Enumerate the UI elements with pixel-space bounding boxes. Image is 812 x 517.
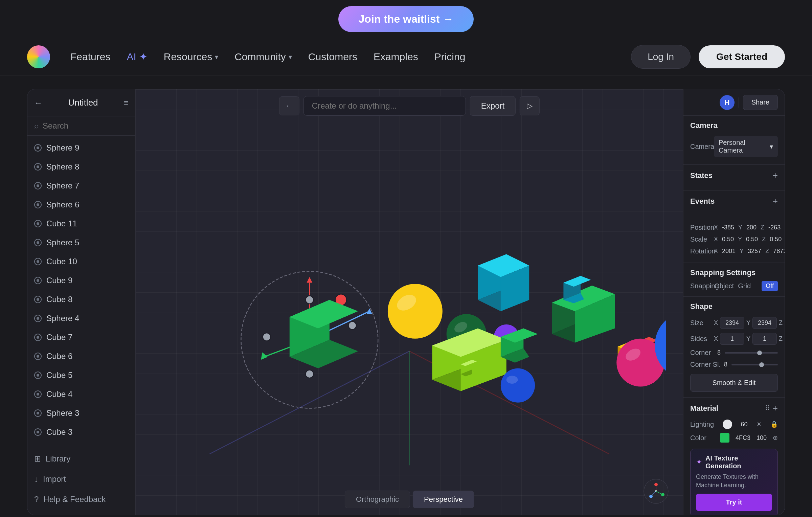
waitlist-button[interactable]: Join the waitlist → <box>338 6 474 32</box>
sides-y-input[interactable] <box>752 333 777 345</box>
sidebar-item-sphere-3[interactable]: Sphere 3 <box>27 404 135 423</box>
logo[interactable] <box>27 45 50 68</box>
sidebar-back-button[interactable]: ← <box>34 98 42 108</box>
sidebar-item-label: Cube 7 <box>46 333 72 342</box>
sidebar-item-cube-8[interactable]: Cube 8 <box>27 290 135 309</box>
corner-slider-row: 8 <box>717 349 778 356</box>
sidebar-title: Untitled <box>68 97 98 108</box>
perspective-view-button[interactable]: Perspective <box>413 491 474 508</box>
sidebar-item-label: Sphere 8 <box>46 162 79 172</box>
export-button[interactable]: Export <box>470 96 516 116</box>
position-value: X-385 Y200 Z-263 <box>714 224 781 231</box>
search-input[interactable] <box>43 121 129 131</box>
cube-icon <box>34 277 42 284</box>
svg-point-11 <box>263 333 271 341</box>
sides-x-input[interactable] <box>720 333 744 345</box>
sidebar-item-cube-9[interactable]: Cube 9 <box>27 271 135 290</box>
nav-pricing[interactable]: Pricing <box>434 51 466 63</box>
rotation-value: X2001 Y3257 Z7873 <box>714 248 785 255</box>
sidebar-item-label: Sphere 7 <box>46 181 79 190</box>
sidebar-item-label: Sphere 3 <box>46 408 79 418</box>
sidebar-item-sphere-4[interactable]: Sphere 4 <box>27 309 135 328</box>
import-button[interactable]: ↓ Import <box>27 469 135 489</box>
help-button[interactable]: ? Help & Feedback <box>27 489 135 510</box>
sphere-icon <box>34 163 42 171</box>
sidebar-item-cube-3[interactable]: Cube 3 <box>27 423 135 442</box>
get-started-button[interactable]: Get Started <box>699 45 785 68</box>
nav-features[interactable]: Features <box>70 51 110 63</box>
cube-icon <box>34 372 42 379</box>
navigation-cube[interactable] <box>642 478 670 505</box>
size-x-input[interactable] <box>720 317 744 329</box>
camera-label: Camera <box>690 143 714 151</box>
events-add-button[interactable]: + <box>773 196 778 206</box>
smooth-edit-button[interactable]: Smooth & Edit <box>690 374 778 392</box>
sidebar-item-sphere-8[interactable]: Sphere 8 <box>27 157 135 176</box>
sphere-icon <box>34 144 42 152</box>
sidebar-item-cube-5[interactable]: Cube 5 <box>27 366 135 385</box>
lighting-label: Lighting <box>690 421 714 428</box>
corner-label: Corner <box>690 349 714 357</box>
transform-section: Position X-385 Y200 Z-263 Scale X0.50 Y0… <box>683 216 785 263</box>
ai-texture-description: Generate Textures with Machine Learning. <box>696 473 772 490</box>
login-button[interactable]: Log In <box>631 45 691 69</box>
states-title: States <box>690 171 713 180</box>
ai-star-icon: ✦ <box>696 458 702 467</box>
corner-slider[interactable] <box>725 352 778 354</box>
camera-section: Camera Camera Personal Camera ▾ <box>683 116 785 165</box>
sidebar-item-label: Cube 4 <box>46 389 72 399</box>
color-swatch[interactable] <box>720 433 729 443</box>
material-section: Material ⠿ + Lighting 60 ☀ 🔒 Color 4FC3 … <box>683 398 785 515</box>
sphere-icon <box>34 409 42 417</box>
sidebar-item-cube-7[interactable]: Cube 7 <box>27 328 135 347</box>
3d-scene <box>153 123 666 488</box>
snapping-section: Snapping Settings Snapping Object Grid O… <box>683 263 785 297</box>
sidebar-footer: ⊞ Library ↓ Import ? Help & Feedback <box>27 443 135 515</box>
sidebar-item-sphere-5[interactable]: Sphere 5 <box>27 233 135 252</box>
cube-icon <box>34 390 42 398</box>
size-y-input[interactable] <box>752 317 777 329</box>
sidebar-item-label: Cube 6 <box>46 352 72 361</box>
nav-ai[interactable]: AI ✦ <box>127 51 147 63</box>
shape-title: Shape <box>690 302 713 311</box>
share-button[interactable]: Share <box>743 95 778 110</box>
sidebar-menu-icon[interactable]: ≡ <box>124 98 129 108</box>
sidebar-item-label: Cube 3 <box>46 427 72 437</box>
states-section: States + <box>683 165 785 190</box>
toolbar-back-button[interactable]: ← <box>279 96 299 115</box>
states-add-button[interactable]: + <box>773 170 778 181</box>
lighting-sun-icon: ☀ <box>756 421 762 428</box>
nav-community[interactable]: Community ▾ <box>234 51 292 63</box>
snapping-toggle[interactable]: Off <box>762 281 778 291</box>
sidebar-item-cube-4[interactable]: Cube 4 <box>27 385 135 404</box>
orthographic-view-button[interactable]: Orthographic <box>345 491 410 508</box>
viewport[interactable]: ← Export ▷ <box>136 89 683 515</box>
sidebar-items: Sphere 9Sphere 8Sphere 7Sphere 6Cube 11S… <box>27 136 135 443</box>
try-it-button[interactable]: Try it <box>696 494 772 511</box>
left-sidebar: ← Untitled ≡ ⌕ Sphere 9Sphere 8Sphere 7S… <box>27 89 136 515</box>
corner-sl-slider[interactable] <box>731 364 778 365</box>
sidebar-item-label: Cube 10 <box>46 257 77 266</box>
sidebar-item-sphere-9[interactable]: Sphere 9 <box>27 138 135 157</box>
play-button[interactable]: ▷ <box>520 96 540 115</box>
material-add-button[interactable]: + <box>773 403 778 413</box>
sphere-icon <box>34 315 42 322</box>
lighting-value: 60 <box>741 421 748 428</box>
material-dots-icon[interactable]: ⠿ <box>765 404 770 412</box>
sidebar-header: ← Untitled ≡ <box>27 89 135 116</box>
nav-resources[interactable]: Resources ▾ <box>164 51 218 63</box>
sidebar-item-cube-10[interactable]: Cube 10 <box>27 252 135 271</box>
sidebar-item-cube-6[interactable]: Cube 6 <box>27 347 135 366</box>
sidebar-item-sphere-6[interactable]: Sphere 6 <box>27 195 135 214</box>
toolbar-input[interactable] <box>303 96 466 116</box>
sidebar-search: ⌕ <box>27 116 135 136</box>
nav-customers[interactable]: Customers <box>308 51 357 63</box>
svg-point-46 <box>501 368 535 403</box>
camera-select[interactable]: Personal Camera ▾ <box>714 136 778 157</box>
library-button[interactable]: ⊞ Library <box>27 449 135 469</box>
sphere-icon <box>34 239 42 246</box>
sidebar-item-cube-11[interactable]: Cube 11 <box>27 214 135 233</box>
sidebar-item-sphere-7[interactable]: Sphere 7 <box>27 176 135 195</box>
nav-links: Features AI ✦ Resources ▾ Community ▾ Cu… <box>70 51 631 63</box>
nav-examples[interactable]: Examples <box>374 51 418 63</box>
